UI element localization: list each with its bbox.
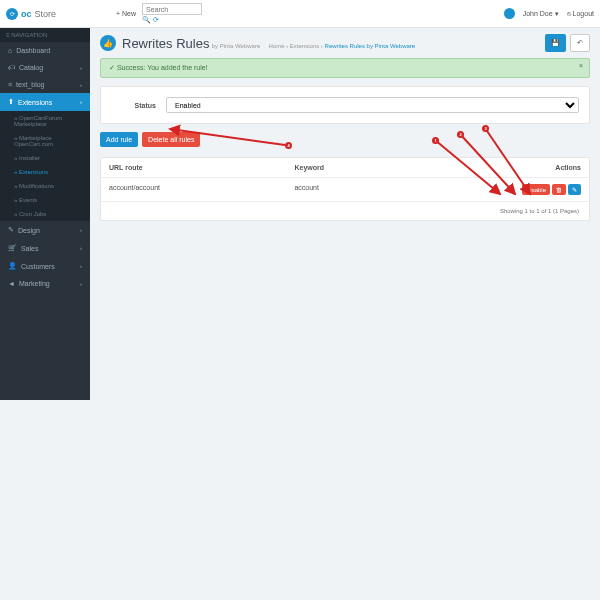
- table-row: account/account account Disable 🗑 ✎: [101, 178, 589, 202]
- close-icon[interactable]: ×: [579, 62, 583, 69]
- logo[interactable]: ⟳ ocStore: [6, 8, 56, 20]
- status-select[interactable]: Enabled: [166, 97, 579, 113]
- nav-header: ≡ NAVIGATION: [0, 28, 90, 42]
- pagination-info: Showing 1 to 1 of 1 (1 Pages): [101, 202, 589, 220]
- sidebar-item-sales[interactable]: 🛒Sales›: [0, 239, 90, 257]
- sidebar-item-catalog[interactable]: 🏷Catalog›: [0, 59, 90, 76]
- sidebar-subitem[interactable]: » Installer: [0, 151, 90, 165]
- sidebar-subitem[interactable]: » OpenCartForum Marketplace: [0, 111, 90, 131]
- logo-icon: ⟳: [6, 8, 18, 20]
- sidebar-subitem[interactable]: » Extensions: [0, 165, 90, 179]
- delete-all-button[interactable]: Delete all rules: [142, 132, 200, 147]
- sidebar-item-extensions[interactable]: ⬆Extensions›: [0, 93, 90, 111]
- sidebar-item-customers[interactable]: 👤Customers›: [0, 257, 90, 275]
- sidebar-subitem[interactable]: » Modifications: [0, 179, 90, 193]
- annotation-4: 4: [285, 142, 292, 149]
- sidebar-item-dashboard[interactable]: ⌂Dashboard: [0, 42, 90, 59]
- route-cell: account/account: [101, 178, 286, 201]
- breadcrumb[interactable]: Home › Extensions › Rewrites Rules by Pi…: [268, 43, 415, 49]
- page-subtitle: by Pinta Webware: [212, 43, 261, 49]
- page-icon: 👍: [100, 35, 116, 51]
- back-button[interactable]: ↶: [570, 34, 590, 52]
- main-content: 👍 Rewrites Rules by Pinta Webware Home ›…: [90, 0, 600, 400]
- delete-button[interactable]: 🗑: [552, 184, 566, 195]
- sidebar-item-marketing[interactable]: ◄Marketing›: [0, 275, 90, 292]
- rules-table: URL route Keyword Actions account/accoun…: [101, 158, 589, 202]
- sidebar-subitem[interactable]: » Marketplace OpenCart.com: [0, 131, 90, 151]
- status-panel: Status Enabled: [100, 86, 590, 124]
- disable-button[interactable]: Disable: [522, 184, 550, 195]
- save-button[interactable]: 💾: [545, 34, 566, 52]
- sidebar-subitem[interactable]: » Events: [0, 193, 90, 207]
- annotation-1: 1: [432, 137, 439, 144]
- success-alert: ✓ Success: You added the rule! ×: [100, 58, 590, 78]
- status-label: Status: [111, 102, 166, 109]
- page-title: Rewrites Rules: [122, 36, 209, 51]
- logo-text: oc: [21, 9, 32, 19]
- sidebar-item-text_blog[interactable]: ≡text_blog›: [0, 76, 90, 93]
- add-rule-button[interactable]: Add rule: [100, 132, 138, 147]
- rules-table-panel: URL route Keyword Actions account/accoun…: [100, 157, 590, 221]
- annotation-2: 2: [457, 131, 464, 138]
- keyword-cell: account: [286, 178, 423, 201]
- edit-button[interactable]: ✎: [568, 184, 581, 195]
- sidebar: ≡ NAVIGATION ⌂Dashboard🏷Catalog›≡text_bl…: [0, 0, 90, 400]
- page-header: 👍 Rewrites Rules by Pinta Webware Home ›…: [100, 34, 590, 52]
- sidebar-subitem[interactable]: » Cron Jobs: [0, 207, 90, 221]
- sidebar-item-design[interactable]: ✎Design›: [0, 221, 90, 239]
- annotation-3: 3: [482, 125, 489, 132]
- table-header: URL route Keyword Actions: [101, 158, 589, 178]
